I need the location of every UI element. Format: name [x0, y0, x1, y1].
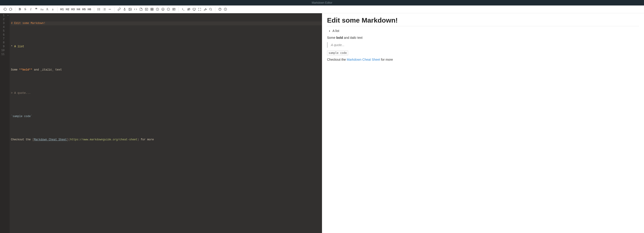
code-line[interactable]: [11, 103, 322, 107]
line-number: 10: [1, 49, 4, 53]
app-title: Markdown Editor: [312, 1, 332, 4]
line-number: 3: [1, 22, 4, 25]
unordered-list-button[interactable]: [96, 7, 102, 12]
text: Checkout the: [327, 58, 347, 61]
table-button[interactable]: [149, 7, 154, 12]
fold-marker-icon[interactable]: ▾: [6, 14, 10, 18]
emoji-button[interactable]: [160, 7, 166, 12]
line-number: 6: [1, 33, 4, 37]
svg-point-25: [162, 8, 164, 11]
code-line[interactable]: Checkout the [Markdown Cheat Sheet](http…: [11, 138, 322, 142]
inline-code: `sample code`: [11, 115, 32, 118]
svg-rect-37: [193, 8, 195, 10]
italic-text: _italic_: [40, 68, 54, 71]
watch-button[interactable]: [186, 7, 191, 12]
code-button[interactable]: [133, 7, 138, 12]
code-line[interactable]: [11, 33, 322, 37]
code-area[interactable]: # Edit some Markdown! * A list Some **bo…: [10, 13, 322, 233]
uppercase-button[interactable]: Aa: [39, 7, 44, 12]
link-url: https://www.markdownguide.org/cheat-shee…: [70, 138, 137, 141]
bold-button[interactable]: B: [17, 7, 22, 12]
preview-blockquote: A quote...: [327, 42, 639, 48]
line-number: 2: [1, 18, 4, 22]
text: and: [343, 36, 350, 40]
preview-code: sample code: [327, 51, 348, 56]
line-number: 4: [1, 25, 4, 29]
workspace: 1 2 3 4 5 6 7 8 9 10 11 ▾ # Edit some Ma…: [0, 13, 644, 233]
lowercase-button[interactable]: a: [50, 7, 56, 12]
h4-button[interactable]: H4: [76, 7, 81, 12]
fullscreen-button[interactable]: [197, 7, 202, 12]
svg-line-42: [211, 10, 212, 11]
svg-point-47: [225, 9, 226, 9]
image-button[interactable]: [127, 7, 133, 12]
datetime-button[interactable]: [154, 7, 160, 12]
h1-button[interactable]: H1: [59, 7, 65, 12]
preview-list: A list: [332, 29, 639, 33]
bracket: [: [32, 138, 34, 141]
editor-pane[interactable]: 1 2 3 4 5 6 7 8 9 10 11 ▾ # Edit some Ma…: [0, 13, 322, 233]
separator: [114, 7, 114, 12]
undo-button[interactable]: [2, 7, 8, 12]
info-button[interactable]: [222, 7, 228, 12]
separator: [15, 7, 15, 12]
separator: [94, 7, 94, 12]
preview-button[interactable]: [191, 7, 197, 12]
code-line[interactable]: # Edit some Markdown!: [11, 22, 322, 25]
preview-code-wrap: sample code: [327, 51, 639, 56]
text: Some: [327, 36, 336, 40]
strikethrough-button[interactable]: S: [22, 7, 28, 12]
line-number: 1: [1, 14, 4, 18]
bracket: ]: [67, 138, 68, 141]
pagebreak-button[interactable]: [171, 7, 176, 12]
code-line[interactable]: [11, 56, 322, 60]
italic-button[interactable]: I: [28, 7, 34, 12]
bold-text: **bold**: [19, 68, 32, 71]
text: and: [32, 68, 40, 71]
font-button[interactable]: A: [44, 7, 50, 12]
separator: [57, 7, 58, 12]
h2-button[interactable]: H2: [65, 7, 70, 12]
text: Checkout the: [11, 138, 32, 141]
svg-point-41: [209, 8, 212, 10]
preview-link[interactable]: Markdown Cheat Sheet: [347, 58, 380, 61]
fold-gutter: ▾: [6, 13, 10, 233]
separator: [178, 7, 178, 12]
horizontal-rule-button[interactable]: [107, 7, 112, 12]
text: Some: [11, 68, 19, 71]
code-line[interactable]: > A quote...: [11, 91, 322, 95]
special-char-button[interactable]: ©: [166, 7, 171, 12]
svg-text:3: 3: [103, 10, 104, 11]
separator: [215, 7, 215, 12]
redo-button[interactable]: [8, 7, 13, 12]
code-line[interactable]: [11, 126, 322, 130]
quote-button[interactable]: ❝: [34, 7, 39, 12]
h5-button[interactable]: H5: [81, 7, 87, 12]
search-button[interactable]: [208, 7, 213, 12]
line-number: 5: [1, 29, 4, 33]
link-text: Markdown Cheat Sheet: [34, 138, 67, 141]
heading-text: Edit some Markdown!: [12, 22, 46, 25]
h6-button[interactable]: H6: [87, 7, 92, 12]
line-number: 11: [1, 53, 4, 56]
code-line[interactable]: Some **bold** and _italic_ text: [11, 68, 322, 72]
svg-point-13: [124, 8, 125, 9]
code-line[interactable]: `sample code`: [11, 115, 322, 118]
text: text: [356, 36, 362, 40]
h3-button[interactable]: H3: [70, 7, 76, 12]
anchor-button[interactable]: [122, 7, 127, 12]
code-line[interactable]: [11, 80, 322, 84]
preview-paragraph: Some bold and italic text: [327, 36, 639, 40]
help-button[interactable]: [217, 7, 222, 12]
code-line[interactable]: * A list: [11, 45, 322, 49]
goto-line-button[interactable]: [180, 7, 186, 12]
text: text: [54, 68, 62, 71]
math-button[interactable]: [144, 7, 149, 12]
clear-button[interactable]: [202, 7, 208, 12]
codeblock-button[interactable]: [138, 7, 144, 12]
ordered-list-button[interactable]: 123: [102, 7, 107, 12]
link-button[interactable]: [116, 7, 122, 12]
text: for more: [139, 138, 154, 141]
bold-text: bold: [336, 36, 343, 40]
quote-text: > A quote...: [11, 92, 30, 95]
